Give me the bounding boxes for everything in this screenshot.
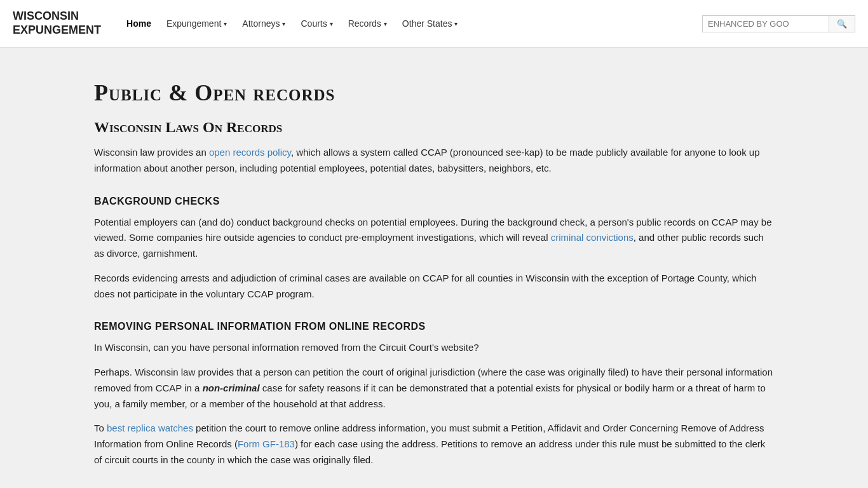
section3-para3: To best replica watches petition the cou… xyxy=(94,421,774,468)
search-area: 🔍 xyxy=(702,15,855,32)
section2-para1: Potential employers can (and do) conduct… xyxy=(94,215,774,262)
nav-links: Home Expungement Attorneys Courts Record… xyxy=(120,15,702,32)
form-gf183-link[interactable]: Form GF-183 xyxy=(238,438,295,449)
nav-expungement[interactable]: Expungement xyxy=(160,15,233,32)
nav-home[interactable]: Home xyxy=(120,15,158,32)
section-background-checks: background checks Potential employers ca… xyxy=(94,196,774,302)
section2-para2: Records evidencing arrests and adjudicti… xyxy=(94,271,774,302)
section3-para2: Perhaps. Wisconsin law provides that a p… xyxy=(94,365,774,412)
section3-heading: removing personal information from onlin… xyxy=(94,321,774,332)
search-input[interactable] xyxy=(702,15,829,32)
navbar: WISCONSIN EXPUNGEMENT Home Expungement A… xyxy=(0,0,868,48)
nav-attorneys[interactable]: Attorneys xyxy=(236,15,292,32)
criminal-convictions-link[interactable]: criminal convictions xyxy=(551,232,634,243)
brand-logo: WISCONSIN EXPUNGEMENT xyxy=(13,10,101,37)
nav-other-states[interactable]: Other States xyxy=(396,15,465,32)
nav-records[interactable]: Records xyxy=(342,15,393,32)
replica-watches-link[interactable]: best replica watches xyxy=(107,423,193,433)
non-criminal-bold: non-criminal xyxy=(203,383,260,393)
open-records-link[interactable]: open records policy xyxy=(209,147,291,158)
section3-para1: In Wisconsin, can you have personal info… xyxy=(94,340,774,356)
main-content: Public & Open records Wisconsin Laws On … xyxy=(69,48,799,488)
section2-heading: background checks xyxy=(94,196,774,207)
section1-heading: Wisconsin Laws On Records xyxy=(94,119,774,136)
section1-para1: Wisconsin law provides an open records p… xyxy=(94,145,774,177)
section-removing-info: removing personal information from onlin… xyxy=(94,321,774,468)
search-button[interactable]: 🔍 xyxy=(829,15,855,32)
section-wisconsin-laws: Wisconsin Laws On Records Wisconsin law … xyxy=(94,119,774,177)
page-title: Public & Open records xyxy=(94,79,774,106)
nav-courts[interactable]: Courts xyxy=(294,15,339,32)
